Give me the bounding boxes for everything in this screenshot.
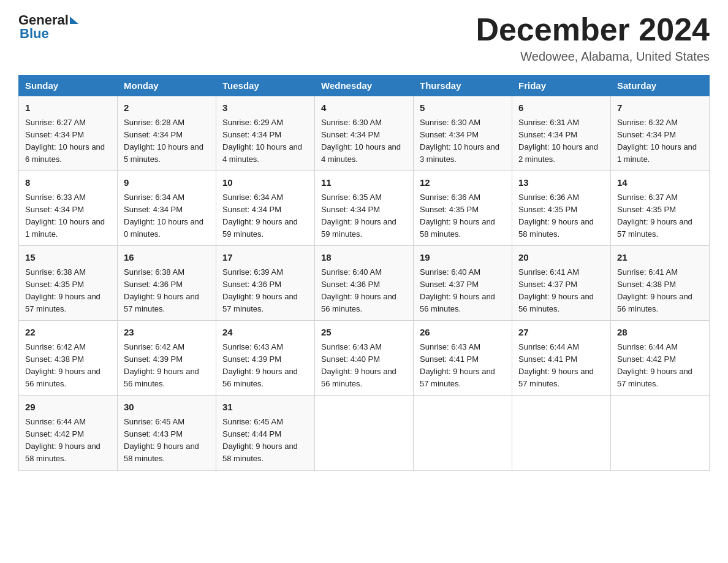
day-number: 24 — [222, 326, 308, 340]
day-number: 7 — [617, 101, 703, 115]
calendar-body: 1 Sunrise: 6:27 AMSunset: 4:34 PMDayligh… — [19, 96, 710, 470]
day-number: 5 — [420, 101, 506, 115]
logo: General Blue — [18, 12, 80, 42]
header-wednesday: Wednesday — [315, 75, 414, 96]
day-number: 29 — [25, 400, 111, 415]
day-info: Sunrise: 6:32 AMSunset: 4:34 PMDaylight:… — [617, 118, 697, 164]
day-info: Sunrise: 6:29 AMSunset: 4:34 PMDaylight:… — [222, 118, 302, 164]
day-number: 23 — [124, 326, 210, 340]
day-info: Sunrise: 6:41 AMSunset: 4:38 PMDaylight:… — [617, 267, 692, 313]
calendar-cell: 11 Sunrise: 6:35 AMSunset: 4:34 PMDaylig… — [315, 171, 414, 246]
day-number: 22 — [25, 326, 111, 340]
calendar-cell: 5 Sunrise: 6:30 AMSunset: 4:34 PMDayligh… — [414, 96, 512, 171]
day-info: Sunrise: 6:27 AMSunset: 4:34 PMDaylight:… — [25, 118, 105, 164]
day-number: 11 — [321, 176, 407, 190]
day-number: 9 — [124, 176, 210, 190]
header-friday: Friday — [512, 75, 611, 96]
day-info: Sunrise: 6:34 AMSunset: 4:34 PMDaylight:… — [222, 193, 298, 239]
header-tuesday: Tuesday — [216, 75, 315, 96]
calendar-cell: 22 Sunrise: 6:42 AMSunset: 4:38 PMDaylig… — [19, 321, 118, 396]
calendar-cell: 9 Sunrise: 6:34 AMSunset: 4:34 PMDayligh… — [118, 171, 216, 246]
day-info: Sunrise: 6:43 AMSunset: 4:41 PMDaylight:… — [420, 342, 495, 388]
day-info: Sunrise: 6:36 AMSunset: 4:35 PMDaylight:… — [518, 193, 594, 239]
calendar-cell: 2 Sunrise: 6:28 AMSunset: 4:34 PMDayligh… — [118, 96, 216, 171]
calendar-cell: 26 Sunrise: 6:43 AMSunset: 4:41 PMDaylig… — [414, 321, 512, 396]
day-number: 18 — [321, 251, 407, 265]
day-number: 17 — [222, 251, 308, 265]
week-row-4: 22 Sunrise: 6:42 AMSunset: 4:38 PMDaylig… — [19, 321, 710, 396]
calendar-cell — [611, 396, 710, 470]
calendar-cell — [315, 396, 414, 470]
calendar-cell: 10 Sunrise: 6:34 AMSunset: 4:34 PMDaylig… — [216, 171, 315, 246]
page-subtitle: Wedowee, Alabama, United States — [476, 50, 710, 64]
calendar-cell: 18 Sunrise: 6:40 AMSunset: 4:36 PMDaylig… — [315, 246, 414, 321]
calendar-cell: 23 Sunrise: 6:42 AMSunset: 4:39 PMDaylig… — [118, 321, 216, 396]
day-info: Sunrise: 6:43 AMSunset: 4:40 PMDaylight:… — [321, 342, 396, 388]
day-info: Sunrise: 6:44 AMSunset: 4:42 PMDaylight:… — [617, 342, 692, 388]
day-info: Sunrise: 6:40 AMSunset: 4:37 PMDaylight:… — [420, 267, 495, 313]
calendar-cell: 25 Sunrise: 6:43 AMSunset: 4:40 PMDaylig… — [315, 321, 414, 396]
day-number: 2 — [124, 101, 210, 115]
day-number: 14 — [617, 176, 703, 190]
calendar-cell: 17 Sunrise: 6:39 AMSunset: 4:36 PMDaylig… — [216, 246, 315, 321]
day-number: 4 — [321, 101, 407, 115]
day-info: Sunrise: 6:39 AMSunset: 4:36 PMDaylight:… — [222, 267, 298, 313]
calendar-cell: 24 Sunrise: 6:43 AMSunset: 4:39 PMDaylig… — [216, 321, 315, 396]
week-row-3: 15 Sunrise: 6:38 AMSunset: 4:35 PMDaylig… — [19, 246, 710, 321]
day-info: Sunrise: 6:33 AMSunset: 4:34 PMDaylight:… — [25, 193, 105, 239]
day-number: 26 — [420, 326, 506, 340]
day-number: 21 — [617, 251, 703, 265]
page-header: General Blue December 2024 Wedowee, Alab… — [18, 12, 710, 64]
week-row-2: 8 Sunrise: 6:33 AMSunset: 4:34 PMDayligh… — [19, 171, 710, 246]
day-number: 28 — [617, 326, 703, 340]
page-title: December 2024 — [476, 12, 710, 47]
day-number: 31 — [222, 400, 308, 415]
calendar-cell: 16 Sunrise: 6:38 AMSunset: 4:36 PMDaylig… — [118, 246, 216, 321]
day-info: Sunrise: 6:34 AMSunset: 4:34 PMDaylight:… — [124, 193, 203, 239]
week-row-5: 29 Sunrise: 6:44 AMSunset: 4:42 PMDaylig… — [19, 396, 710, 470]
day-number: 10 — [222, 176, 308, 190]
day-number: 19 — [420, 251, 506, 265]
day-info: Sunrise: 6:30 AMSunset: 4:34 PMDaylight:… — [321, 118, 401, 164]
calendar-cell: 1 Sunrise: 6:27 AMSunset: 4:34 PMDayligh… — [19, 96, 118, 171]
day-info: Sunrise: 6:38 AMSunset: 4:36 PMDaylight:… — [124, 267, 199, 313]
day-number: 25 — [321, 326, 407, 340]
day-info: Sunrise: 6:42 AMSunset: 4:38 PMDaylight:… — [25, 342, 100, 388]
day-info: Sunrise: 6:42 AMSunset: 4:39 PMDaylight:… — [124, 342, 199, 388]
calendar-cell: 31 Sunrise: 6:45 AMSunset: 4:44 PMDaylig… — [216, 396, 315, 470]
day-info: Sunrise: 6:40 AMSunset: 4:36 PMDaylight:… — [321, 267, 396, 313]
logo-triangle-icon — [70, 17, 78, 24]
calendar-cell: 28 Sunrise: 6:44 AMSunset: 4:42 PMDaylig… — [611, 321, 710, 396]
day-number: 30 — [124, 400, 210, 415]
calendar-table: SundayMondayTuesdayWednesdayThursdayFrid… — [18, 75, 710, 470]
calendar-cell: 15 Sunrise: 6:38 AMSunset: 4:35 PMDaylig… — [19, 246, 118, 321]
day-number: 15 — [25, 251, 111, 265]
day-info: Sunrise: 6:44 AMSunset: 4:42 PMDaylight:… — [25, 417, 100, 463]
calendar-cell: 19 Sunrise: 6:40 AMSunset: 4:37 PMDaylig… — [414, 246, 512, 321]
day-number: 1 — [25, 101, 111, 115]
day-info: Sunrise: 6:28 AMSunset: 4:34 PMDaylight:… — [124, 118, 203, 164]
header-thursday: Thursday — [414, 75, 512, 96]
day-number: 3 — [222, 101, 308, 115]
day-info: Sunrise: 6:41 AMSunset: 4:37 PMDaylight:… — [518, 267, 594, 313]
calendar-cell: 7 Sunrise: 6:32 AMSunset: 4:34 PMDayligh… — [611, 96, 710, 171]
calendar-cell: 3 Sunrise: 6:29 AMSunset: 4:34 PMDayligh… — [216, 96, 315, 171]
calendar-cell — [512, 396, 611, 470]
logo-blue-text: Blue — [20, 26, 49, 42]
calendar-cell: 29 Sunrise: 6:44 AMSunset: 4:42 PMDaylig… — [19, 396, 118, 470]
day-number: 12 — [420, 176, 506, 190]
day-info: Sunrise: 6:45 AMSunset: 4:44 PMDaylight:… — [222, 417, 298, 463]
day-info: Sunrise: 6:36 AMSunset: 4:35 PMDaylight:… — [420, 193, 495, 239]
day-number: 20 — [518, 251, 604, 265]
calendar-cell: 30 Sunrise: 6:45 AMSunset: 4:43 PMDaylig… — [118, 396, 216, 470]
calendar-cell: 6 Sunrise: 6:31 AMSunset: 4:34 PMDayligh… — [512, 96, 611, 171]
day-info: Sunrise: 6:31 AMSunset: 4:34 PMDaylight:… — [518, 118, 598, 164]
day-number: 13 — [518, 176, 604, 190]
day-number: 27 — [518, 326, 604, 340]
week-row-1: 1 Sunrise: 6:27 AMSunset: 4:34 PMDayligh… — [19, 96, 710, 171]
calendar-cell: 4 Sunrise: 6:30 AMSunset: 4:34 PMDayligh… — [315, 96, 414, 171]
header-saturday: Saturday — [611, 75, 710, 96]
header-monday: Monday — [118, 75, 216, 96]
calendar-cell: 14 Sunrise: 6:37 AMSunset: 4:35 PMDaylig… — [611, 171, 710, 246]
header-sunday: Sunday — [19, 75, 118, 96]
